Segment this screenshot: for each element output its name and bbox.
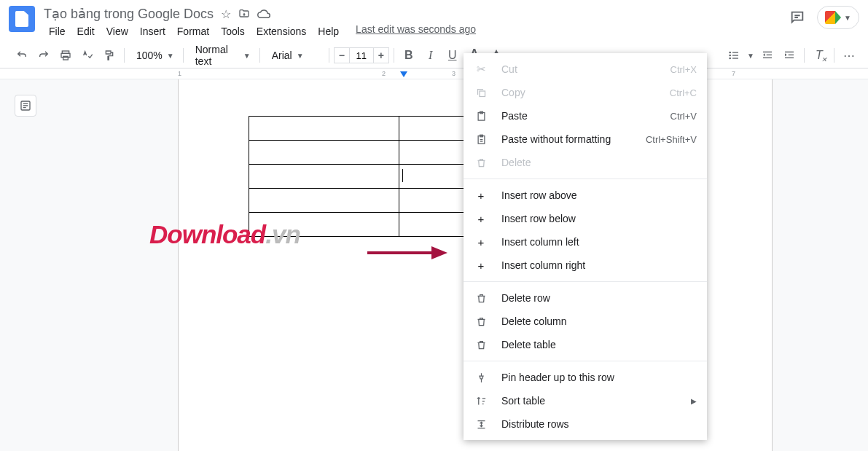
svg-point-3 — [729, 52, 731, 54]
menu-cut: ✂ Cut Ctrl+X — [464, 58, 707, 81]
format-paint-button[interactable] — [99, 45, 120, 66]
ruler-indent-marker[interactable] — [399, 71, 408, 79]
svg-rect-16 — [480, 91, 485, 97]
font-size-control: − + — [334, 47, 389, 63]
svg-point-5 — [729, 58, 731, 60]
comments-icon[interactable] — [789, 9, 805, 26]
app-header: Tạo bảng trong Google Docs ☆ File Edit V… — [0, 0, 868, 42]
menu-distribute-rows[interactable]: Distribute rows — [464, 412, 707, 436]
plus-icon: + — [474, 189, 488, 202]
text-cursor — [402, 169, 403, 182]
menu-format[interactable]: Format — [172, 23, 214, 39]
menu-view[interactable]: View — [101, 23, 133, 39]
menu-sort-table[interactable]: Sort table ▶ — [464, 389, 707, 412]
outline-toggle-button[interactable] — [15, 95, 36, 117]
meet-button[interactable]: ▼ — [817, 6, 859, 29]
paste-plain-icon — [474, 134, 488, 145]
svg-rect-13 — [789, 55, 794, 55]
menu-copy: Copy Ctrl+C — [464, 81, 707, 104]
trash-icon — [474, 293, 488, 304]
watermark: Download.vn — [149, 220, 300, 249]
trash-icon — [474, 157, 488, 168]
paste-icon — [474, 111, 488, 122]
menu-file[interactable]: File — [44, 23, 71, 39]
bulleted-list-button[interactable] — [724, 45, 744, 66]
trash-icon — [474, 316, 488, 327]
svg-rect-14 — [785, 58, 794, 58]
ruler-mark: 2 — [382, 70, 386, 77]
menu-insert[interactable]: Insert — [135, 23, 171, 39]
zoom-select[interactable]: 100%▼ — [129, 47, 179, 64]
menu-delete: Delete — [464, 151, 707, 174]
indent-button[interactable] — [779, 45, 799, 66]
ruler-mark: 1 — [178, 70, 181, 77]
outdent-button[interactable] — [757, 45, 778, 66]
menu-delete-table[interactable]: Delete table — [464, 333, 707, 356]
menu-delete-row[interactable]: Delete row — [464, 286, 707, 310]
list-dropdown-icon[interactable]: ▼ — [746, 45, 756, 66]
ruler-mark: 3 — [452, 70, 455, 77]
menu-paste[interactable]: Paste Ctrl+V — [464, 104, 707, 128]
spellcheck-button[interactable] — [77, 45, 98, 66]
plus-icon: + — [474, 236, 488, 248]
trash-icon — [474, 340, 488, 350]
redo-button[interactable] — [34, 45, 54, 66]
plus-icon: + — [474, 213, 488, 225]
style-select[interactable]: Normal text▼ — [188, 47, 255, 64]
sort-icon — [474, 396, 488, 407]
svg-rect-10 — [767, 55, 772, 55]
svg-rect-8 — [732, 58, 738, 58]
menu-paste-plain[interactable]: Paste without formatting Ctrl+Shift+V — [464, 128, 707, 151]
star-icon[interactable]: ☆ — [221, 7, 231, 21]
plus-icon: + — [474, 259, 488, 272]
menu-pin-header[interactable]: Pin header up to this row — [464, 366, 707, 389]
cloud-status-icon[interactable] — [257, 9, 270, 19]
pin-icon — [474, 372, 488, 383]
more-button[interactable]: ⋯ — [839, 45, 859, 66]
italic-button[interactable]: I — [421, 45, 441, 66]
print-button[interactable] — [55, 45, 76, 66]
toolbar: 100%▼ Normal text▼ Arial▼ − + B I U A ▼ … — [0, 42, 868, 68]
undo-button[interactable] — [12, 45, 32, 66]
svg-rect-11 — [763, 58, 772, 58]
menu-extensions[interactable]: Extensions — [251, 23, 311, 39]
menu-tools[interactable]: Tools — [216, 23, 250, 39]
copy-icon — [474, 87, 488, 98]
svg-rect-6 — [732, 52, 738, 52]
ruler-mark: 7 — [732, 70, 735, 77]
svg-rect-7 — [732, 55, 738, 55]
font-size-decrease[interactable]: − — [334, 47, 350, 63]
menu-help[interactable]: Help — [313, 23, 344, 39]
svg-rect-12 — [785, 52, 794, 52]
svg-point-4 — [729, 55, 731, 57]
editor-area: 1 2 3 7 — [0, 68, 868, 451]
meet-icon — [825, 11, 841, 24]
context-menu: ✂ Cut Ctrl+X Copy Ctrl+C Paste Ctrl+V Pa… — [464, 53, 707, 440]
font-size-input[interactable] — [350, 47, 373, 63]
underline-button[interactable]: U — [442, 45, 463, 66]
menu-insert-row-above[interactable]: + Insert row above — [464, 184, 707, 207]
document-title[interactable]: Tạo bảng trong Google Docs — [44, 6, 214, 22]
last-edit-link[interactable]: Last edit was seconds ago — [356, 23, 476, 39]
annotation-arrow — [367, 246, 447, 259]
font-size-increase[interactable]: + — [373, 47, 389, 63]
clear-format-button[interactable]: T✕ — [809, 45, 829, 66]
submenu-arrow-icon: ▶ — [691, 397, 697, 405]
move-folder-icon[interactable] — [238, 8, 250, 20]
menu-edit[interactable]: Edit — [72, 23, 100, 39]
menu-delete-column[interactable]: Delete column — [464, 310, 707, 333]
menu-insert-col-left[interactable]: + Insert column left — [464, 230, 707, 254]
docs-logo-icon[interactable] — [9, 6, 35, 32]
font-select[interactable]: Arial▼ — [265, 47, 324, 64]
cut-icon: ✂ — [474, 63, 488, 76]
menu-insert-row-below[interactable]: + Insert row below — [464, 207, 707, 230]
svg-rect-9 — [763, 52, 772, 52]
ruler[interactable]: 1 2 3 7 — [0, 68, 868, 79]
menu-insert-col-right[interactable]: + Insert column right — [464, 254, 707, 277]
bold-button[interactable]: B — [399, 45, 419, 66]
menu-bar: File Edit View Insert Format Tools Exten… — [44, 23, 789, 39]
distribute-rows-icon — [474, 419, 488, 430]
